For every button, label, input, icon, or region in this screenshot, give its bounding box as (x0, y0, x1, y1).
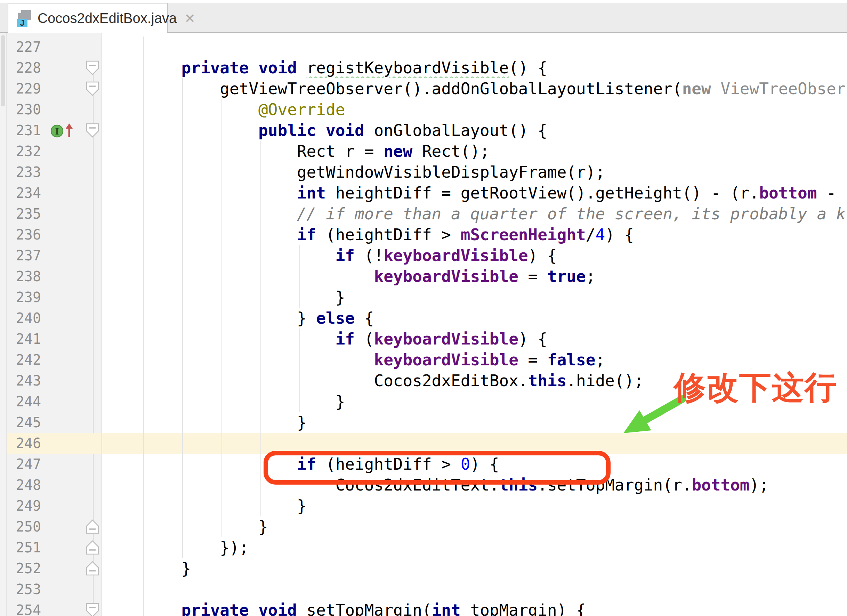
code-line[interactable]: if (keyboardVisible) { (102, 329, 847, 349)
line-number[interactable]: 254 (6, 600, 41, 616)
code-token (316, 121, 326, 140)
line-number[interactable]: 230 (6, 99, 41, 120)
code-token: onGlobalLayout() { (364, 121, 547, 140)
line-number[interactable]: 239 (6, 287, 41, 308)
line-number[interactable]: 234 (6, 183, 41, 203)
code-line[interactable]: private void setTopMargin(int topMargin)… (102, 600, 847, 616)
code-token: bottom (692, 476, 749, 494)
code-line[interactable]: getViewTreeObserver().addOnGlobalLayoutL… (102, 78, 847, 99)
code-line[interactable]: } (102, 287, 847, 308)
gutter-icon-spacer (41, 183, 73, 203)
line-number[interactable]: 236 (6, 224, 41, 245)
line-number[interactable]: 229 (6, 78, 41, 99)
line-number[interactable]: 238 (6, 266, 41, 287)
fold-spacer (73, 349, 102, 370)
fold-marker-end-icon[interactable] (73, 537, 102, 558)
indent-guide (300, 245, 300, 308)
line-number[interactable]: 245 (6, 412, 41, 433)
code-row: 236 if (heightDiff > mScreenHeight/4) { (6, 224, 847, 245)
fold-marker-end-icon[interactable] (73, 516, 102, 537)
gutter-icon-spacer (41, 579, 73, 600)
line-number[interactable]: 232 (6, 141, 41, 162)
gutter-icon-spacer (41, 224, 73, 245)
code-token: keyboardVisible (374, 351, 518, 369)
code-line[interactable]: public void onGlobalLayout() { (102, 120, 847, 141)
scrollbar-thumb[interactable] (1, 35, 5, 106)
fold-spacer (73, 579, 102, 600)
line-number[interactable]: 237 (6, 245, 41, 266)
fold-spacer (73, 183, 102, 203)
line-number[interactable]: 250 (6, 516, 41, 537)
fold-marker-end-icon[interactable] (73, 558, 102, 579)
line-number[interactable]: 249 (6, 495, 41, 516)
line-number[interactable]: 228 (6, 57, 41, 78)
line-number[interactable]: 244 (6, 391, 41, 412)
line-number[interactable]: 248 (6, 475, 41, 495)
code-line[interactable] (102, 433, 847, 454)
code-token: keyboardVisible (384, 246, 528, 265)
code-line[interactable]: } (102, 516, 847, 537)
code-line[interactable]: int heightDiff = getRootView().getHeight… (102, 183, 847, 203)
implement-method-gutter-icon[interactable]: I (41, 120, 73, 141)
fold-marker-start-icon[interactable] (73, 78, 102, 99)
code-line[interactable]: // if more than a quarter of the screen,… (102, 203, 847, 224)
line-number[interactable]: 227 (6, 37, 41, 57)
line-number[interactable]: 242 (6, 349, 41, 370)
code-line[interactable]: keyboardVisible = true; (102, 266, 847, 287)
line-number[interactable]: 241 (6, 329, 41, 349)
code-token: getWindowVisibleDisplayFrame(r); (297, 163, 605, 181)
red-annotation-box (264, 451, 611, 485)
code-line[interactable] (102, 37, 847, 57)
code-row: 229 getViewTreeObserver().addOnGlobalLay… (6, 78, 847, 99)
code-token: ; (586, 267, 596, 286)
indent-guide (300, 329, 300, 412)
code-token: keyboardVisible (374, 267, 518, 286)
code-line[interactable]: if (!keyboardVisible) { (102, 245, 847, 266)
line-number[interactable]: 252 (6, 558, 41, 579)
code-token: @Override (258, 100, 345, 119)
fold-spacer (73, 475, 102, 495)
code-line[interactable]: } (102, 412, 847, 433)
tab-close-icon[interactable]: ✕ (184, 12, 195, 25)
code-token: } (297, 413, 307, 432)
code-token: if (335, 330, 355, 348)
line-number[interactable]: 240 (6, 308, 41, 329)
code-token: heightDiff = getRootView().getHeight() -… (326, 184, 759, 202)
gutter-icon-spacer (41, 475, 73, 495)
line-number[interactable]: 235 (6, 203, 41, 224)
fold-spacer (73, 245, 102, 266)
code-line[interactable]: private void registKeyboardVisible() { (102, 57, 847, 78)
line-number[interactable]: 247 (6, 454, 41, 475)
code-line[interactable]: Rect r = new Rect(); (102, 141, 847, 162)
fold-spacer (73, 162, 102, 183)
code-line[interactable]: @Override (102, 99, 847, 120)
code-line[interactable]: if (heightDiff > mScreenHeight/4) { (102, 224, 847, 245)
line-number[interactable]: 233 (6, 162, 41, 183)
code-line[interactable]: }); (102, 537, 847, 558)
code-token: public (258, 121, 316, 140)
line-number[interactable]: 251 (6, 537, 41, 558)
gutter-icon-spacer (41, 495, 73, 516)
line-number[interactable]: 253 (6, 579, 41, 600)
code-token (249, 58, 258, 77)
code-token: Cocos2dxEditBox. (374, 371, 528, 390)
fold-marker-start-icon[interactable] (73, 120, 102, 141)
fold-marker-start-icon[interactable] (73, 600, 102, 616)
code-line[interactable]: } else { (102, 308, 847, 329)
code-token: Rect r = (297, 142, 384, 161)
code-line[interactable]: getWindowVisibleDisplayFrame(r); (102, 162, 847, 183)
code-line[interactable]: } (102, 558, 847, 579)
fold-marker-start-icon[interactable] (73, 57, 102, 78)
fold-spacer (73, 391, 102, 412)
line-number[interactable]: 243 (6, 370, 41, 391)
gutter-icon-spacer (41, 370, 73, 391)
line-number[interactable]: 231 (6, 120, 41, 141)
code-line[interactable]: } (102, 495, 847, 516)
code-editor[interactable]: 227228 private void registKeyboardVisibl… (0, 33, 847, 616)
code-line[interactable] (102, 579, 847, 600)
code-row: 231I public void onGlobalLayout() { (6, 120, 847, 141)
tab-cocos2dxeditbox[interactable]: J Cocos2dxEditBox.java ✕ (7, 3, 168, 33)
fold-spacer (73, 454, 102, 475)
code-token: ( (355, 330, 374, 348)
line-number[interactable]: 246 (6, 433, 41, 454)
